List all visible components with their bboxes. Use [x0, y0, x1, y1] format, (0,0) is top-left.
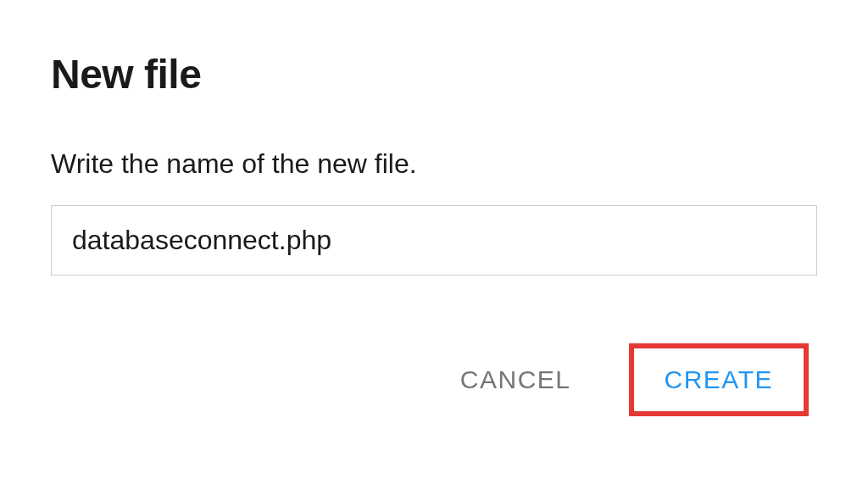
dialog-prompt: Write the name of the new file. — [51, 148, 817, 180]
filename-input[interactable] — [51, 205, 817, 276]
button-row: CANCEL CREATE — [51, 343, 817, 416]
cancel-button[interactable]: CANCEL — [437, 352, 595, 408]
create-button[interactable]: CREATE — [641, 352, 797, 408]
dialog-title: New file — [51, 51, 817, 97]
new-file-dialog: New file Write the name of the new file.… — [0, 0, 868, 450]
create-highlight: CREATE — [629, 343, 809, 416]
